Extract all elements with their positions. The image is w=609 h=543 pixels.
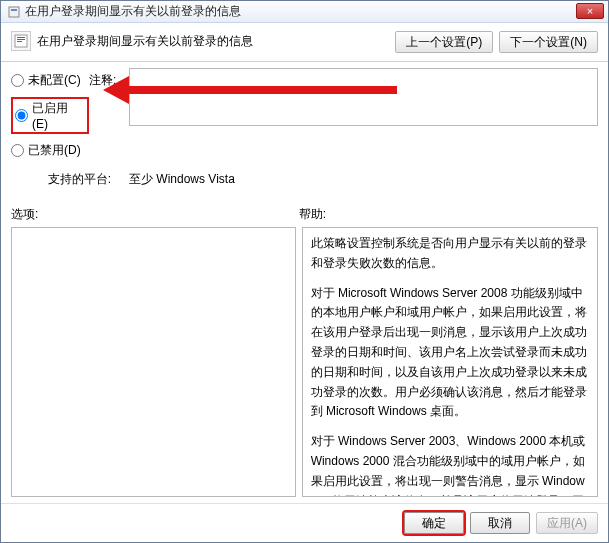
- ok-button[interactable]: 确定: [404, 512, 464, 534]
- policy-doc-icon: [11, 31, 31, 51]
- svg-rect-5: [17, 41, 22, 42]
- window-title: 在用户登录期间显示有关以前登录的信息: [25, 3, 241, 20]
- help-paragraph: 此策略设置控制系统是否向用户显示有关以前的登录和登录失败次数的信息。: [311, 234, 589, 274]
- state-radio-group: 未配置(C) 已启用(E) 已禁用(D): [11, 68, 89, 159]
- platform-value: 至少 Windows Vista: [129, 171, 235, 188]
- radio-enabled[interactable]: 已启用(E): [11, 97, 89, 134]
- apply-button[interactable]: 应用(A): [536, 512, 598, 534]
- radio-enabled-input[interactable]: [15, 109, 28, 122]
- radio-disabled-input[interactable]: [11, 144, 24, 157]
- cancel-button[interactable]: 取消: [470, 512, 530, 534]
- toolbar: 在用户登录期间显示有关以前登录的信息 上一个设置(P) 下一个设置(N): [1, 23, 608, 62]
- prev-setting-button[interactable]: 上一个设置(P): [395, 31, 493, 53]
- help-panel[interactable]: 此策略设置控制系统是否向用户显示有关以前的登录和登录失败次数的信息。 对于 Mi…: [302, 227, 598, 497]
- close-button[interactable]: ×: [576, 3, 604, 19]
- title-bar: 在用户登录期间显示有关以前登录的信息 ×: [1, 1, 608, 23]
- radio-disabled[interactable]: 已禁用(D): [11, 142, 89, 159]
- comment-label: 注释:: [89, 68, 129, 159]
- options-panel: [11, 227, 296, 497]
- policy-editor-window: 在用户登录期间显示有关以前登录的信息 × 在用户登录期间显示有关以前登录的信息 …: [0, 0, 609, 543]
- supported-platform-row: 支持的平台: 至少 Windows Vista: [11, 171, 598, 188]
- options-heading: 选项:: [11, 206, 299, 223]
- radio-not-configured[interactable]: 未配置(C): [11, 72, 89, 89]
- svg-rect-4: [17, 39, 25, 40]
- dialog-footer: 确定 取消 应用(A): [1, 503, 608, 542]
- radio-not-configured-input[interactable]: [11, 74, 24, 87]
- policy-icon: [7, 5, 21, 19]
- dialog-body: 未配置(C) 已启用(E) 已禁用(D) 注释:: [1, 62, 608, 503]
- radio-disabled-label: 已禁用(D): [28, 142, 81, 159]
- radio-not-configured-label: 未配置(C): [28, 72, 81, 89]
- policy-title: 在用户登录期间显示有关以前登录的信息: [37, 33, 253, 50]
- comment-area: 注释:: [89, 68, 598, 159]
- radio-enabled-label: 已启用(E): [32, 100, 83, 131]
- close-icon: ×: [587, 6, 593, 17]
- help-paragraph: 对于 Windows Server 2003、Windows 2000 本机或 …: [311, 432, 589, 497]
- help-paragraph: 对于 Microsoft Windows Server 2008 功能级别域中的…: [311, 284, 589, 423]
- next-setting-button[interactable]: 下一个设置(N): [499, 31, 598, 53]
- comment-input[interactable]: [129, 68, 598, 126]
- platform-label: 支持的平台:: [11, 171, 129, 188]
- svg-rect-1: [11, 9, 17, 11]
- svg-rect-0: [9, 7, 19, 17]
- help-heading: 帮助:: [299, 206, 326, 223]
- svg-rect-3: [17, 37, 25, 38]
